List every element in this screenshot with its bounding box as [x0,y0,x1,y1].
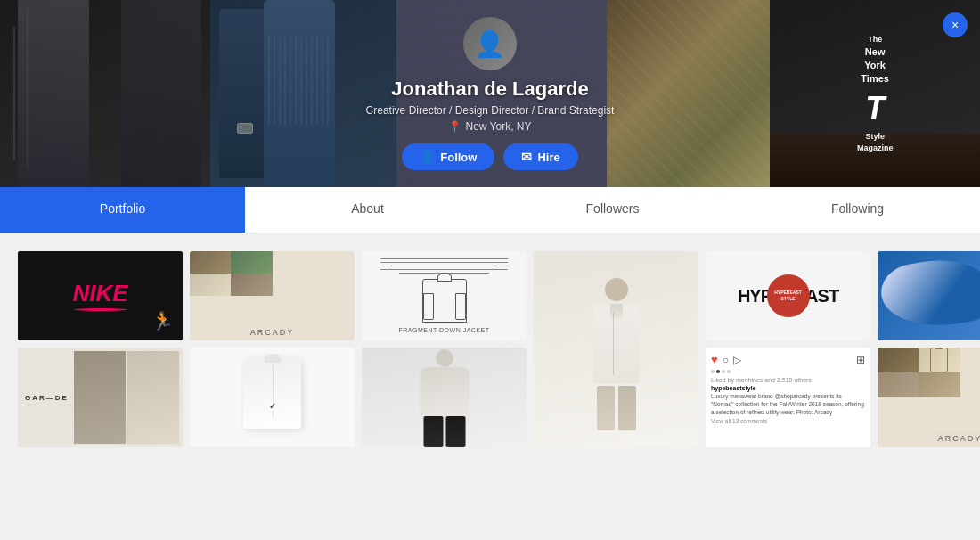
carousel-dots [711,370,865,373]
tab-portfolio[interactable]: Portfolio [0,187,245,233]
portfolio-item-fragment[interactable]: FRAGMENT DOWN JACKET [362,251,527,340]
nyt-magazine-text: The New York Times T Style Magazine [857,34,894,153]
hire-button[interactable]: ✉ Hire [503,143,577,170]
wilson-shoe-shape [878,251,980,336]
close-button[interactable]: × [943,12,968,37]
portfolio-item-hypebeast-social[interactable]: ♥ ○ ▷ ⊞ Liked by menhines and 2,510 othe… [706,348,870,447]
collage-cell-1 [878,348,919,372]
garde-img-1 [74,351,126,444]
nav-tabs: Portfolio About Followers Following [0,187,980,233]
tab-about[interactable]: About [245,187,490,233]
portfolio-item-figure-back[interactable] [362,348,527,447]
garde-img-2 [127,351,179,444]
comment-icon: ○ [723,354,729,366]
hypebeast-badge-text: HYPEBEASTSTYLE [774,290,802,302]
arcady-panel-2 [231,251,272,274]
garde-label: GAR—DE [25,394,69,402]
nike-logo: NIKE [72,282,127,305]
portfolio-item-arcady-multi[interactable]: ARCADY [190,251,355,340]
nike-jacket-body: ✓ [243,357,301,429]
hypebeast-social-icons: ♥ ○ ▷ ⊞ [711,353,865,366]
portfolio-item-arcady-collage[interactable]: ARCADY [878,348,980,447]
follow-icon: 👤 [420,150,435,164]
collage-cell-4 [919,372,960,397]
fragment-label: FRAGMENT DOWN JACKET [398,327,489,333]
banner-panel-4 [607,0,770,187]
heart-icon: ♥ [711,353,718,366]
profile-title: Creative Director / Design Director / Br… [366,104,615,117]
arcady-panel-4 [231,274,272,296]
bookmark-icon: ⊞ [856,354,865,366]
collage-cell-2 [919,348,960,372]
portfolio-item-nike-jacket[interactable]: ✓ [190,348,355,447]
portfolio-item-wilson[interactable]: Wilson [878,251,980,340]
figure-back-silhouette [413,349,476,447]
tab-following[interactable]: Following [735,187,980,233]
hb-caption: Luxury menswear brand @shoparcady presen… [711,392,865,416]
portfolio-item-person-white[interactable] [534,251,698,447]
hb-liked-by: Liked by menhines and 2,510 others [711,377,865,383]
profile-location: 📍 New York, NY [366,120,615,133]
arcady-collage-label: ARCADY [934,433,980,444]
avatar [463,17,517,70]
profile-actions: 👤 Follow ✉ Hire [366,143,615,170]
follow-button[interactable]: 👤 Follow [402,143,494,170]
arcady-panel-3 [190,274,231,296]
arcady-panel-1 [190,251,231,274]
banner-panel-1 [0,0,210,187]
profile-name: Jonathan de Lagarde [366,78,615,101]
hb-view-all: View all 13 comments [711,418,865,424]
share-icon: ▷ [733,354,741,366]
mail-icon: ✉ [521,150,532,164]
location-pin-icon: 📍 [448,120,461,133]
arcady-multi-label: ARCADY [250,328,295,337]
portfolio-item-nike[interactable]: NIKE 🏃 [18,251,183,340]
nike-runner-icon: 🏃 [151,310,174,331]
profile-info: Jonathan de Lagarde Creative Director / … [366,17,615,170]
hypebeast-badge: HYPEBEASTSTYLE [767,274,810,317]
collage-cell-3 [878,372,919,397]
portfolio-item-hypebeast[interactable]: HYPEBEAST HYPEBEASTSTYLE [706,251,870,340]
portfolio-grid: NIKE 🏃 ARCADY [0,233,980,465]
portfolio-item-garde[interactable]: GAR—DE [18,348,183,447]
close-icon: × [951,18,959,32]
arcady-collage-grid [878,348,960,397]
tab-followers[interactable]: Followers [490,187,735,233]
hb-username: hypebeaststyle [711,385,865,391]
